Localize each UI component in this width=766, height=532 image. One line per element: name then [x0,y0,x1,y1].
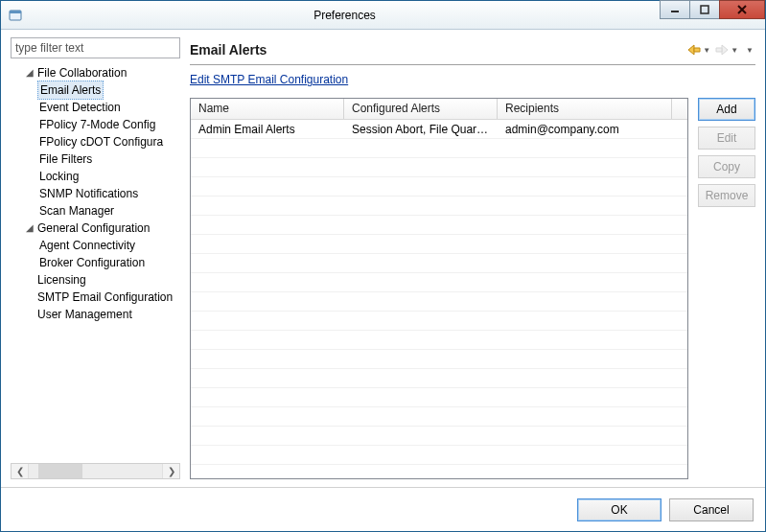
tree-node-event-detection[interactable]: Event Detection [11,99,180,116]
preferences-window: Preferences ◢File Collaboration Email Al… [0,0,766,532]
table-cell [344,338,498,342]
table-cell [344,223,498,227]
edit-button[interactable]: Edit [698,127,755,150]
table-row [191,216,687,235]
svg-rect-1 [10,11,21,13]
separator [190,64,755,65]
window-title: Preferences [30,1,660,29]
table-cell [191,147,344,150]
close-button[interactable] [719,0,765,19]
table-body: Admin Email AlertsSession Abort, File Qu… [191,120,687,478]
table-cell [344,204,498,208]
table-cell [344,300,498,304]
table-cell [498,223,687,227]
table-cell [191,281,344,285]
table-row [191,273,687,292]
table-cell [498,185,687,189]
table-cell [191,300,344,304]
filter-input[interactable] [11,37,180,58]
table-row [191,369,687,388]
tree-node-general-configuration[interactable]: ◢General Configuration [11,220,180,237]
table-cell [344,147,498,150]
table-cell [191,262,344,266]
tree-node-scan-manager[interactable]: Scan Manager [11,202,180,220]
column-name[interactable]: Name [191,99,344,119]
scroll-right-icon[interactable]: ❯ [162,464,179,478]
column-configured-alerts[interactable]: Configured Alerts [344,99,498,119]
back-menu-icon[interactable]: ▼ [703,46,710,55]
collapse-icon[interactable]: ◢ [24,64,35,81]
tree-node-locking[interactable]: Locking [11,168,180,185]
table-cell [498,396,687,400]
side-buttons: Add Edit Copy Remove [698,98,755,479]
table-row[interactable]: Admin Email AlertsSession Abort, File Qu… [191,120,687,139]
scroll-thumb[interactable] [38,464,82,478]
ok-button[interactable]: OK [577,498,662,521]
table-cell [191,453,344,457]
cancel-button[interactable]: Cancel [669,498,754,521]
tree-node-smtp[interactable]: SMTP Email Configuration [11,289,180,306]
table-cell [191,377,344,381]
tree-node-file-filters[interactable]: File Filters [11,150,180,168]
maximize-button[interactable] [689,0,720,19]
column-recipients[interactable]: Recipients [498,99,672,119]
tree-node-snmp[interactable]: SNMP Notifications [11,185,180,202]
table-cell [344,453,498,457]
table-row [191,388,687,407]
tree-node-broker-configuration[interactable]: Broker Configuration [11,254,180,271]
alerts-table: Name Configured Alerts Recipients Admin … [190,98,688,479]
sidebar: ◢File Collaboration Email Alerts Event D… [11,37,180,479]
edit-smtp-link[interactable]: Edit SMTP Email Configuration [190,73,755,86]
table-cell: Session Abort, File Quaran... [344,121,498,138]
tree-node-licensing[interactable]: Licensing [11,271,180,289]
table-row [191,446,687,465]
table-cell [344,396,498,400]
table-cell [191,396,344,400]
table-cell [191,358,344,361]
add-button[interactable]: Add [698,98,755,121]
table-row [191,139,687,158]
tree-node-file-collaboration[interactable]: ◢File Collaboration [11,64,180,81]
tree-node-agent-connectivity[interactable]: Agent Connectivity [11,237,180,254]
scroll-track[interactable] [29,464,162,478]
table-row [191,177,687,197]
table-cell [191,319,344,323]
tree-node-email-alerts[interactable]: Email Alerts [11,81,180,99]
table-cell [191,223,344,227]
tree-node-user-management[interactable]: User Management [11,306,180,323]
tree-node-fpolicy-cdot[interactable]: FPolicy cDOT Configura [11,133,180,150]
table-cell [344,166,498,170]
table-cell [498,453,687,457]
minimize-button[interactable] [660,0,690,19]
table-cell [344,243,498,246]
table-cell [191,415,344,419]
table-cell [498,300,687,304]
back-icon[interactable] [686,44,702,56]
forward-menu-icon[interactable]: ▼ [731,46,738,55]
page-title: Email Alerts [190,42,267,58]
app-icon [1,1,30,29]
column-spacer [672,99,687,119]
copy-button[interactable]: Copy [698,155,755,178]
horizontal-scrollbar[interactable]: ❮ ❯ [11,463,180,479]
table-row [191,254,687,273]
remove-button[interactable]: Remove [698,184,755,207]
collapse-icon[interactable]: ◢ [24,220,35,237]
view-menu-icon[interactable]: ▼ [746,46,754,55]
table-cell: Admin Email Alerts [191,121,344,138]
table-cell [498,319,687,323]
table-header: Name Configured Alerts Recipients [191,99,687,120]
table-cell [344,434,498,438]
table-cell [498,377,687,381]
table-cell [344,415,498,419]
scroll-left-icon[interactable]: ❮ [12,464,29,478]
table-cell [344,281,498,285]
title-bar: Preferences [1,1,765,30]
table-cell [498,204,687,208]
dialog-footer: OK Cancel [1,487,765,531]
table-row [191,158,687,177]
table-row [191,235,687,254]
table-cell [191,243,344,246]
tree-node-fpolicy-7mode[interactable]: FPolicy 7-Mode Config [11,116,180,133]
dialog-body: ◢File Collaboration Email Alerts Event D… [1,30,765,487]
